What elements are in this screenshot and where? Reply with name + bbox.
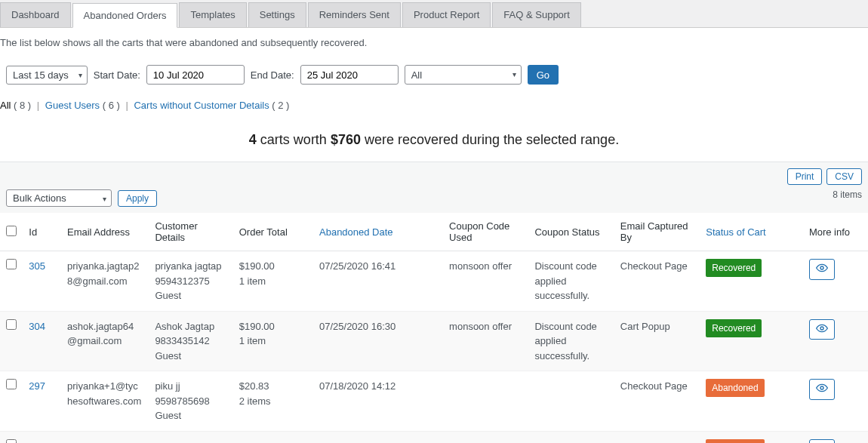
row-email-captured-by: Checkout Page	[614, 431, 700, 443]
tab-bar: DashboardAbandoned OrdersTemplatesSettin…	[0, 0, 868, 28]
row-coupon-status	[528, 431, 614, 443]
view-details-button[interactable]	[809, 259, 835, 280]
bulk-actions-select[interactable]: Bulk Actions	[6, 189, 112, 207]
subfilter-guest[interactable]: Guest Users ( 6 )	[45, 100, 123, 111]
start-date-input[interactable]	[146, 65, 245, 85]
row-order-total: $20.832 items	[233, 371, 313, 432]
print-button[interactable]: Print	[787, 168, 823, 185]
filter-bar: Last 15 days Start Date: End Date: All G…	[0, 57, 868, 92]
view-details-button[interactable]	[809, 319, 835, 340]
row-coupon-code	[443, 431, 528, 443]
col-more-info: More info	[803, 213, 868, 251]
svg-point-2	[820, 386, 823, 389]
row-checkbox[interactable]	[6, 319, 17, 330]
status-badge: Abandoned	[706, 439, 764, 444]
table-row: 297priyanka+1@tychesoftwares.compiku jj9…	[0, 371, 868, 432]
row-email: ashok.jagtap64@gmail.com	[61, 311, 149, 371]
col-abandoned-date[interactable]: Abandoned Date	[313, 213, 443, 251]
row-abandoned-date: 07/18/2020 14:12	[313, 371, 443, 432]
status-badge: Abandoned	[706, 379, 764, 397]
row-checkbox[interactable]	[6, 259, 17, 269]
status-filter-select[interactable]: All	[405, 65, 522, 85]
row-coupon-status	[528, 371, 614, 432]
row-order-total: $190.001 item	[233, 251, 313, 312]
view-details-button[interactable]	[809, 439, 835, 444]
table-row: 304ashok.jagtap64@gmail.comAshok Jagtap9…	[0, 311, 868, 371]
tab-dashboard[interactable]: Dashboard	[0, 2, 71, 27]
page-description: The list below shows all the carts that …	[0, 28, 868, 57]
eye-icon	[816, 262, 828, 277]
col-id[interactable]: Id	[23, 213, 61, 251]
start-date-label: Start Date:	[94, 69, 140, 81]
tab-abandoned-orders[interactable]: Abandoned Orders	[72, 3, 178, 28]
eye-icon	[816, 322, 828, 337]
status-badge: Recovered	[706, 319, 762, 337]
subfilter-no-details[interactable]: Carts without Customer Details ( 2 )	[134, 100, 289, 111]
row-email-captured-by: Cart Popup	[614, 311, 700, 371]
item-count: 8 items	[833, 189, 862, 200]
row-order-total: $83.331 item	[233, 431, 313, 443]
table-row: 296rashmi@tychesoftwares.com9594312375Gu…	[0, 431, 868, 443]
row-coupon-code	[443, 371, 528, 432]
row-email-captured-by: Checkout Page	[614, 251, 700, 312]
row-id-link[interactable]: 297	[29, 380, 45, 392]
row-coupon-status: Discount code applied successfully.	[528, 311, 614, 371]
abandoned-orders-table: Id Email Address Customer Details Order …	[0, 213, 868, 443]
tab-product-report[interactable]: Product Report	[402, 2, 491, 27]
row-id-link[interactable]: 305	[29, 260, 45, 272]
go-button[interactable]: Go	[528, 65, 559, 85]
view-details-button[interactable]	[809, 379, 835, 400]
subfilter-links: All ( 8 ) | Guest Users ( 6 ) | Carts wi…	[0, 92, 868, 118]
end-date-label: End Date:	[251, 69, 294, 81]
row-customer-details: Ashok Jagtap9833435142Guest	[149, 311, 232, 371]
col-coupon-status[interactable]: Coupon Status	[528, 213, 614, 251]
svg-point-0	[820, 266, 823, 269]
eye-icon	[816, 382, 828, 397]
col-order-total[interactable]: Order Total	[233, 213, 313, 251]
row-id-link[interactable]: 304	[29, 321, 45, 332]
col-email-captured-by[interactable]: Email Captured By	[614, 213, 700, 251]
row-customer-details: 9594312375Guest	[149, 431, 232, 443]
row-customer-details: piku jj9598785698Guest	[149, 371, 232, 432]
select-all-checkbox[interactable]	[6, 226, 17, 236]
tab-reminders-sent[interactable]: Reminders Sent	[308, 2, 401, 27]
row-checkbox[interactable]	[6, 379, 17, 389]
csv-button[interactable]: CSV	[826, 168, 862, 185]
row-customer-details: priyanka jagtap9594312375Guest	[149, 251, 232, 312]
row-coupon-code: monsoon offer	[443, 251, 528, 312]
row-id-link[interactable]: 296	[29, 441, 45, 444]
apply-button[interactable]: Apply	[118, 190, 157, 207]
row-email: priyanka+1@tychesoftwares.com	[61, 371, 149, 432]
date-range-select[interactable]: Last 15 days	[6, 66, 88, 85]
row-abandoned-date: 07/25/2020 16:41	[313, 251, 443, 312]
col-coupon-code[interactable]: Coupon Code Used	[443, 213, 528, 251]
row-order-total: $190.001 item	[233, 311, 313, 371]
row-abandoned-date: 07/25/2020 16:30	[313, 311, 443, 371]
svg-point-1	[820, 327, 823, 330]
table-row: 305priyanka.jagtap28@gmail.compriyanka j…	[0, 251, 868, 312]
tab-settings[interactable]: Settings	[248, 2, 306, 27]
tab-faq-support[interactable]: FAQ & Support	[492, 2, 580, 27]
col-status-of-cart[interactable]: Status of Cart	[700, 213, 803, 251]
recovery-summary: 4 carts worth $760 were recovered during…	[0, 118, 868, 162]
col-customer-details[interactable]: Customer Details	[149, 213, 232, 251]
table-toolbar: Bulk Actions Apply Print CSV 8 items	[0, 162, 868, 213]
subfilter-all[interactable]: All ( 8 )	[0, 100, 34, 111]
col-email[interactable]: Email Address	[61, 213, 149, 251]
status-badge: Recovered	[706, 259, 762, 277]
row-email-captured-by: Checkout Page	[614, 371, 700, 432]
row-checkbox[interactable]	[6, 439, 17, 444]
row-email: rashmi@tychesoftwares.com	[61, 431, 149, 443]
table-area: Bulk Actions Apply Print CSV 8 items Id …	[0, 162, 868, 443]
table-body: 305priyanka.jagtap28@gmail.compriyanka j…	[0, 251, 868, 444]
row-email: priyanka.jagtap28@gmail.com	[61, 251, 149, 312]
tab-templates[interactable]: Templates	[179, 2, 246, 27]
row-coupon-code: monsoon offer	[443, 311, 528, 371]
row-abandoned-date: 07/17/2020 17:06	[313, 431, 443, 443]
row-coupon-status: Discount code applied successfully.	[528, 251, 614, 312]
end-date-input[interactable]	[300, 65, 399, 85]
